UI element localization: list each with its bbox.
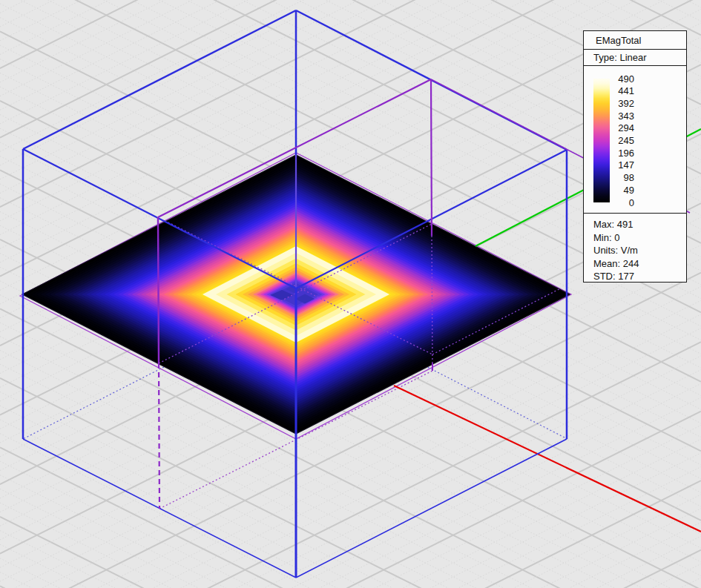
stat-line: Units: V/m: [593, 244, 686, 257]
stat-line: Max: 491: [593, 218, 686, 231]
colorbar-tick: 49: [613, 184, 634, 196]
colorbar-gradient: [593, 79, 610, 202]
colorbar-tick: 0: [613, 196, 634, 209]
legend-panel[interactable]: EMagTotal Type: Linear 49044139234329424…: [583, 30, 687, 283]
colorbar-tick: 441: [613, 85, 634, 97]
colorbar-tick: 196: [613, 147, 634, 159]
colorbar-tick: 343: [613, 110, 634, 122]
colorbar-tick: 490: [613, 73, 634, 85]
legend-title: EMagTotal: [584, 31, 686, 50]
stat-line: STD: 177: [593, 270, 686, 283]
colorbar-tick: 294: [613, 122, 634, 134]
stat-line: Mean: 244: [593, 257, 686, 271]
colorbar-tick: 147: [613, 159, 634, 171]
legend-stats: Max: 491Min: 0Units: V/mMean: 244STD: 17…: [584, 214, 686, 283]
colorbar-tick: 392: [613, 97, 634, 110]
colorbar-tick: 98: [613, 171, 634, 184]
stat-line: Min: 0: [593, 231, 686, 245]
render-area: EMagTotal Type: Linear 49044139234329424…: [0, 0, 701, 588]
legend-scale-type: Type: Linear: [584, 50, 686, 66]
legend-colorbar-section: 49044139234329424519614798490: [584, 66, 686, 214]
colorbar-tick: 245: [613, 134, 634, 147]
